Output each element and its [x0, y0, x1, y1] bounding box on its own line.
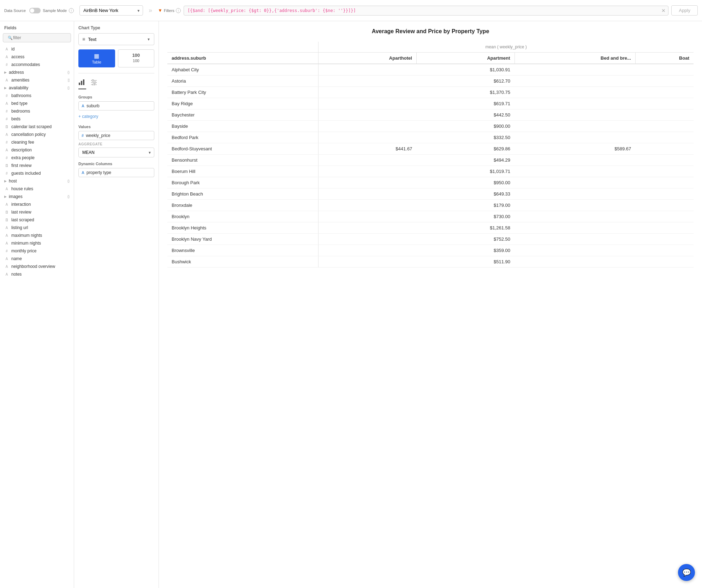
main-layout: Fields A id A access # accommodates ▶ ad…: [0, 21, 702, 588]
cell-aparthotel: $441.67: [319, 143, 417, 155]
field-label-bed-type: bed type: [11, 101, 28, 106]
cell-bed-breakfast: [514, 98, 635, 109]
field-maximum-nights[interactable]: A maximum nights: [0, 232, 74, 239]
cell-aparthotel: [319, 256, 417, 268]
field-minimum-nights[interactable]: A minimum nights: [0, 239, 74, 247]
field-bathrooms[interactable]: # bathrooms: [0, 92, 74, 100]
group-tag-suburb[interactable]: A suburb: [78, 101, 154, 110]
field-monthly-price[interactable]: # monthly price: [0, 247, 74, 255]
field-group-address[interactable]: ▶ address {}: [0, 68, 74, 76]
sample-mode-info-icon[interactable]: i: [69, 8, 74, 13]
field-label-name: name: [11, 256, 22, 261]
field-group-images[interactable]: ▶ images {}: [0, 193, 74, 200]
chart-type-button[interactable]: ≡ Text ▼: [78, 33, 154, 45]
field-neighborhood-overview[interactable]: A neighborhood overview: [0, 263, 74, 270]
cell-aparthotel: [319, 109, 417, 121]
cell-bed-breakfast: [514, 222, 635, 234]
field-label-minimum-nights: minimum nights: [11, 241, 41, 246]
field-label-listing-url: listing url: [11, 225, 28, 230]
cell-apartment: $730.00: [416, 211, 514, 222]
cell-bed-breakfast: [514, 200, 635, 211]
cell-suburb: Brooklyn Heights: [167, 222, 319, 234]
field-label-house-rules: house rules: [11, 186, 33, 191]
field-bed-type[interactable]: A bed type: [0, 100, 74, 107]
viz-tab-bar[interactable]: [78, 78, 86, 89]
field-listing-url[interactable]: A listing url: [0, 224, 74, 232]
cell-suburb: Baychester: [167, 109, 319, 121]
table-row: Brighton Beach $649.33: [167, 188, 694, 200]
number-icon: 100: [132, 53, 140, 58]
viz-tab-settings[interactable]: [90, 78, 97, 89]
dyn-col-tag[interactable]: A property type: [78, 168, 154, 177]
field-last-scraped[interactable]: 🗓 last scraped: [0, 216, 74, 224]
view-btn-number[interactable]: 100 100: [118, 49, 155, 67]
field-last-review[interactable]: 🗓 last review: [0, 208, 74, 216]
field-label-guests-included: guests included: [11, 171, 41, 176]
cell-bed-breakfast: [514, 64, 635, 76]
cell-boat: [635, 234, 694, 245]
filter-input[interactable]: [184, 6, 669, 16]
cell-boat: [635, 188, 694, 200]
cell-apartment: $612.70: [416, 76, 514, 87]
field-cancellation-policy[interactable]: A cancellation policy: [0, 131, 74, 138]
filter-clear-icon[interactable]: ✕: [661, 8, 666, 13]
aggregate-section: AGGREGATE MEAN ▼: [78, 142, 154, 157]
chart-type-label: Chart Type: [78, 25, 154, 30]
view-toggle: ▦ Table 100 100: [78, 49, 154, 67]
field-interaction[interactable]: A interaction: [0, 200, 74, 208]
field-description[interactable]: A description: [0, 146, 74, 154]
toggle-knob: [30, 8, 34, 13]
view-btn-table[interactable]: ▦ Table: [78, 49, 115, 67]
cell-apartment: $619.71: [416, 98, 514, 109]
cell-apartment: $1,261.58: [416, 222, 514, 234]
svg-rect-2: [83, 79, 84, 85]
chart-type-chevron-icon: ▼: [147, 37, 150, 41]
field-calendar-last-scraped[interactable]: 🗓 calendar last scraped: [0, 123, 74, 131]
field-beds[interactable]: # beds: [0, 115, 74, 123]
table-row: Bayside $900.00: [167, 121, 694, 132]
apply-button[interactable]: Apply: [671, 5, 698, 16]
field-type-availability: {}: [67, 86, 70, 90]
cell-boat: [635, 222, 694, 234]
aggregate-select-wrapper: MEAN ▼: [78, 148, 154, 157]
data-source-select[interactable]: AirBnB New York: [79, 5, 143, 16]
cell-bed-breakfast: [514, 109, 635, 121]
field-notes[interactable]: A notes: [0, 270, 74, 278]
cell-aparthotel: [319, 64, 417, 76]
cell-aparthotel: [319, 166, 417, 177]
cell-apartment: $1,370.75: [416, 87, 514, 98]
viz-tabs: [78, 78, 154, 89]
svg-rect-1: [81, 81, 82, 85]
field-amenities[interactable]: A amenities []: [0, 76, 74, 84]
middle-panel: Chart Type ≡ Text ▼ ▦ Table 100 100: [74, 21, 159, 588]
field-extra-people[interactable]: # extra people: [0, 154, 74, 162]
field-label-calendar-last-scraped: calendar last scraped: [11, 124, 52, 129]
field-bedrooms[interactable]: # bedrooms: [0, 107, 74, 115]
field-icon-interaction: A: [4, 203, 9, 206]
table-row: Boerum Hill $1,019.71: [167, 166, 694, 177]
value-tag-weekly-price[interactable]: # weekly_price: [78, 131, 154, 140]
cell-bed-breakfast: [514, 87, 635, 98]
search-input[interactable]: [3, 33, 71, 42]
field-group-host[interactable]: ▶ host {}: [0, 177, 74, 185]
field-cleaning-fee[interactable]: # cleaning fee: [0, 138, 74, 146]
field-label-notes: notes: [11, 272, 22, 277]
filters-info-icon[interactable]: i: [176, 8, 181, 13]
field-access[interactable]: A access: [0, 53, 74, 61]
add-category-btn[interactable]: + category: [78, 113, 154, 120]
chat-widget[interactable]: 💬: [678, 564, 695, 581]
field-guests-included[interactable]: # guests included: [0, 169, 74, 177]
field-icon-guests-included: #: [4, 172, 9, 175]
aggregate-select[interactable]: MEAN: [78, 148, 154, 157]
table-row: Bronxdale $179.00: [167, 200, 694, 211]
field-accommodates[interactable]: # accommodates: [0, 61, 74, 68]
field-id[interactable]: A id: [0, 45, 74, 53]
field-label-bathrooms: bathrooms: [11, 93, 31, 98]
field-group-availability[interactable]: ▶ availability {}: [0, 84, 74, 92]
field-name[interactable]: A name: [0, 255, 74, 263]
field-house-rules[interactable]: A house rules: [0, 185, 74, 193]
field-icon-extra-people: #: [4, 156, 9, 160]
data-table: mean ( weekly_price ) address.suburb Apa…: [167, 42, 694, 268]
sample-mode-toggle[interactable]: [29, 8, 41, 13]
field-first-review[interactable]: 🗓 first review: [0, 162, 74, 169]
